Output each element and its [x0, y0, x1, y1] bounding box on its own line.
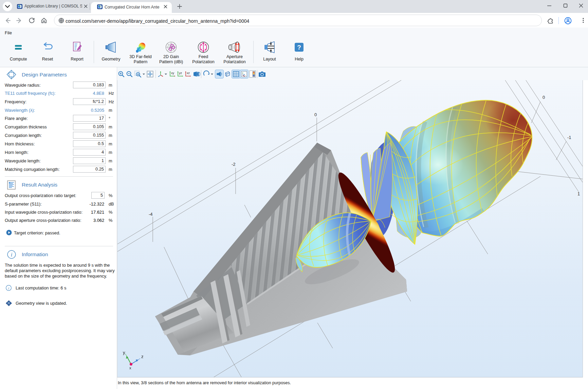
- svg-text:y: y: [123, 350, 125, 355]
- svg-text:-1: -1: [567, 135, 571, 140]
- svg-text:xy: xy: [171, 71, 174, 75]
- svg-text:0: 0: [314, 112, 317, 117]
- svg-text:i: i: [8, 286, 9, 290]
- svg-text:1: 1: [577, 191, 580, 196]
- svg-text:xz: xz: [187, 71, 190, 75]
- svg-text:-2: -2: [232, 162, 236, 167]
- svg-text:-4: -4: [149, 212, 153, 217]
- svg-text:i: i: [11, 251, 13, 258]
- svg-text:x: x: [129, 366, 131, 370]
- svg-text:0: 0: [543, 95, 545, 100]
- svg-text:yz: yz: [179, 71, 182, 75]
- svg-text:?: ?: [297, 44, 301, 51]
- svg-text:z: z: [141, 354, 144, 359]
